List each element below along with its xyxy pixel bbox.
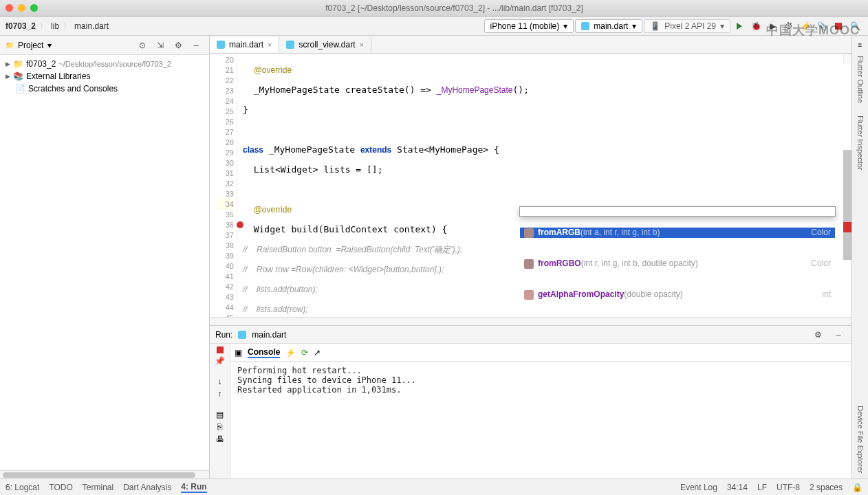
tree-scratches[interactable]: 📄Scratches and Consoles bbox=[0, 82, 209, 95]
dart-file-icon bbox=[217, 41, 225, 49]
run-panel: Run: main.dart ⚙ – 📌 ↓ ↑ ▤ ⎘ 🖶 bbox=[210, 325, 851, 478]
settings-icon[interactable]: ⚙ bbox=[171, 38, 186, 53]
event-log[interactable]: Event Log bbox=[680, 483, 717, 492]
step-into-icon[interactable]: ↑ bbox=[218, 389, 222, 399]
tree-root[interactable]: ▶📁 f0703_2 ~/Desktop/lesson/source/f0703… bbox=[0, 58, 209, 70]
dart-file-icon bbox=[238, 331, 246, 339]
caret-pos: 34:14 bbox=[727, 483, 748, 492]
close-window-icon[interactable] bbox=[6, 4, 13, 12]
dart-file-icon bbox=[286, 41, 294, 49]
chevron-right-icon: 〉 bbox=[40, 21, 47, 31]
debug-button[interactable]: 🐞 bbox=[748, 19, 763, 34]
tree-external-libs[interactable]: ▶📚External Libraries bbox=[0, 70, 209, 82]
run-label: Run: bbox=[215, 330, 232, 340]
dropdown-icon[interactable]: ▾ bbox=[47, 41, 52, 50]
open-devtools-icon[interactable]: ↗ bbox=[314, 348, 321, 358]
indent[interactable]: 2 spaces bbox=[810, 483, 843, 492]
folder-icon: 📁 bbox=[6, 41, 14, 49]
run-button[interactable] bbox=[732, 19, 747, 34]
code-body[interactable]: @override _MyHomePageState createState()… bbox=[237, 54, 851, 317]
status-logcat[interactable]: 6: Logcat bbox=[6, 483, 39, 492]
right-tool-rail: ≡ Flutter Outline Flutter Inspector Devi… bbox=[851, 36, 868, 478]
maximize-window-icon[interactable] bbox=[30, 4, 38, 12]
method-icon bbox=[524, 259, 534, 269]
lock-icon[interactable]: 🔒 bbox=[852, 483, 862, 492]
window-controls bbox=[6, 4, 38, 12]
collapse-icon[interactable]: ⇲ bbox=[153, 38, 168, 53]
tab-main[interactable]: main.dart × bbox=[210, 37, 279, 52]
autocomplete-item[interactable]: fromARGB(int a, int r, int g, int b)Colo… bbox=[520, 228, 835, 238]
minimize-window-icon[interactable] bbox=[18, 4, 25, 12]
restart-button[interactable] bbox=[217, 346, 224, 353]
step-over-icon[interactable]: ↓ bbox=[218, 377, 222, 386]
status-dart-analysis[interactable]: Dart Analysis bbox=[123, 483, 171, 492]
status-terminal[interactable]: Terminal bbox=[83, 483, 113, 492]
nav-toolbar: f0703_2 〉 lib 〉 main.dart iPhone 11 (mob… bbox=[0, 16, 868, 36]
console-output[interactable]: Performing hot restart... Syncing files … bbox=[230, 362, 851, 478]
rail-flutter-outline[interactable]: Flutter Outline bbox=[856, 50, 865, 109]
hide-panel-icon[interactable]: – bbox=[188, 38, 204, 53]
console-tab[interactable]: Console bbox=[248, 347, 280, 358]
autocomplete-item[interactable]: getAlphaFromOpacity(double opacity)int bbox=[520, 289, 835, 300]
editor-hscroll[interactable] bbox=[210, 317, 851, 325]
project-panel: 📁 Project ▾ ⊙ ⇲ ⚙ – ▶📁 f0703_2 ~/Desktop… bbox=[0, 36, 210, 478]
hot-reload-icon[interactable]: ⚡ bbox=[285, 348, 296, 358]
gutter: 2021222324252627282930313233343536373839… bbox=[210, 54, 237, 317]
run-config-name: main.dart bbox=[252, 330, 286, 340]
encoding[interactable]: UTF-8 bbox=[777, 483, 800, 492]
print-icon[interactable]: 🖶 bbox=[216, 434, 224, 444]
project-tree: ▶📁 f0703_2 ~/Desktop/lesson/source/f0703… bbox=[0, 55, 209, 98]
code-editor[interactable]: 2021222324252627282930313233343536373839… bbox=[210, 54, 851, 317]
device-selector[interactable]: iPhone 11 (mobile)▾ bbox=[484, 19, 574, 33]
status-run[interactable]: 4: Run bbox=[181, 482, 206, 493]
breadcrumb-project[interactable]: f0703_2 bbox=[6, 21, 36, 31]
run-sidebar: 📌 ↓ ↑ ▤ ⎘ 🖶 bbox=[210, 344, 230, 478]
project-hscroll[interactable] bbox=[0, 470, 209, 478]
titlebar: f0703_2 [~/Desktop/lesson/source/f0703_2… bbox=[0, 0, 868, 16]
window-title: f0703_2 [~/Desktop/lesson/source/f0703_2… bbox=[46, 3, 862, 13]
reload-icon[interactable]: ⟳ bbox=[301, 348, 308, 358]
rail-flutter-inspector[interactable]: Flutter Inspector bbox=[856, 110, 865, 175]
pin-button[interactable]: 📌 bbox=[215, 356, 225, 366]
export-icon[interactable]: ⎘ bbox=[217, 422, 222, 432]
editor-tabs: main.dart × scroll_view.dart × bbox=[210, 36, 851, 54]
settings-icon[interactable]: ⚙ bbox=[810, 327, 825, 342]
chevron-right-icon: 〉 bbox=[63, 21, 70, 31]
close-icon[interactable]: × bbox=[360, 41, 364, 49]
console-toggle-icon[interactable]: ▣ bbox=[235, 348, 242, 358]
breadcrumb-folder[interactable]: lib bbox=[51, 21, 59, 31]
statusbar: 6: Logcat TODO Terminal Dart Analysis 4:… bbox=[0, 478, 868, 495]
watermark: 中国大学MOOC bbox=[766, 22, 860, 38]
breadcrumb-file[interactable]: main.dart bbox=[74, 21, 109, 31]
line-ending[interactable]: LF bbox=[757, 483, 767, 492]
rail-device-file-explorer[interactable]: Device File Explorer bbox=[856, 400, 865, 478]
locate-icon[interactable]: ⊙ bbox=[135, 38, 150, 53]
panel-title: Project bbox=[18, 41, 43, 50]
method-icon bbox=[524, 228, 534, 238]
autocomplete-item[interactable]: fromRGBO(int r, int g, int b, double opa… bbox=[520, 258, 835, 269]
status-todo[interactable]: TODO bbox=[49, 483, 72, 492]
layout-icon[interactable]: ▤ bbox=[216, 410, 224, 419]
autocomplete-popup: fromARGB(int a, int r, int g, int b)Colo… bbox=[519, 206, 836, 217]
minimap[interactable] bbox=[843, 54, 851, 64]
avd-selector[interactable]: 📱Pixel 2 API 29▾ bbox=[644, 19, 730, 33]
run-config-selector[interactable]: main.dart▾ bbox=[575, 19, 642, 33]
hide-panel-icon[interactable]: – bbox=[831, 327, 846, 342]
tab-scroll-view[interactable]: scroll_view.dart × bbox=[279, 37, 371, 52]
method-icon bbox=[524, 290, 534, 300]
close-icon[interactable]: × bbox=[268, 41, 272, 49]
